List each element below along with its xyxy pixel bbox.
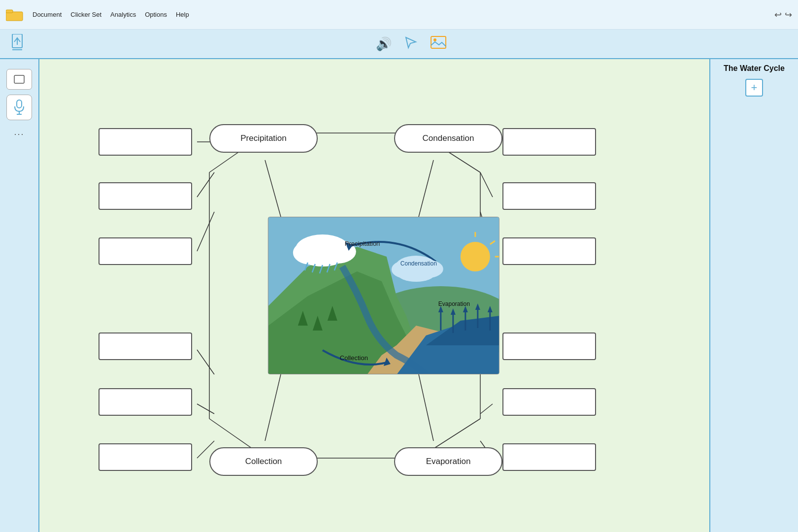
svg-text:Condensation: Condensation (400, 260, 437, 267)
title-bar-left: Document Clicker Set Analytics Options H… (6, 8, 189, 22)
add-button[interactable]: + (745, 79, 763, 97)
svg-line-22 (265, 374, 281, 441)
svg-line-20 (197, 404, 214, 414)
sound-icon[interactable]: 🔊 (376, 36, 392, 52)
svg-line-13 (197, 212, 214, 251)
rect-left-6[interactable] (99, 443, 192, 471)
svg-rect-8 (17, 100, 22, 108)
svg-line-19 (197, 350, 214, 374)
svg-line-18 (419, 160, 433, 217)
rect-right-2[interactable] (502, 182, 596, 210)
menu-help[interactable]: Help (176, 11, 189, 18)
svg-line-24 (480, 404, 493, 414)
undo-button[interactable]: ↩ (774, 9, 782, 20)
mic-button[interactable] (6, 95, 32, 120)
svg-marker-4 (406, 37, 416, 48)
folder-icon[interactable] (6, 8, 24, 22)
main-area: ··· (0, 59, 798, 532)
rect-right-4[interactable] (502, 332, 596, 360)
svg-rect-7 (14, 75, 24, 83)
rect-left-5[interactable] (99, 388, 192, 416)
rect-right-1[interactable] (502, 128, 596, 156)
menu-options[interactable]: Options (145, 11, 167, 18)
svg-line-16 (480, 172, 493, 197)
left-sidebar: ··· (0, 59, 39, 532)
undo-redo: ↩ ↪ (774, 9, 792, 20)
evaporation-oval[interactable]: Evaporation (394, 447, 502, 476)
menu-clicker-set[interactable]: Clicker Set (70, 11, 101, 18)
cursor-icon[interactable] (403, 35, 418, 53)
menu-analytics[interactable]: Analytics (110, 11, 136, 18)
select-button[interactable] (6, 69, 32, 90)
menu-items: Document Clicker Set Analytics Options H… (33, 11, 189, 18)
rect-left-1[interactable] (99, 128, 192, 156)
collection-oval[interactable]: Collection (209, 447, 318, 476)
svg-line-12 (197, 172, 214, 197)
toolbar: 🔊 (0, 30, 798, 59)
water-cycle-svg: Precipitation Condensation Evaporation C… (268, 217, 499, 374)
redo-button[interactable]: ↪ (785, 9, 792, 20)
svg-point-6 (433, 38, 436, 41)
image-icon[interactable] (430, 35, 447, 53)
panel-title: The Water Cycle (715, 64, 793, 73)
svg-point-55 (461, 242, 490, 271)
svg-text:Evaporation: Evaporation (438, 300, 470, 307)
rect-right-3[interactable] (502, 237, 596, 265)
svg-rect-5 (431, 36, 446, 48)
rect-left-2[interactable] (99, 182, 192, 210)
svg-line-14 (265, 160, 281, 217)
canvas-area[interactable]: Precipitation Condensation Collection Ev… (39, 59, 709, 532)
rect-right-6[interactable] (502, 443, 596, 471)
condensation-oval[interactable]: Condensation (394, 124, 502, 153)
svg-text:Collection: Collection (340, 354, 368, 362)
svg-text:Precipitation: Precipitation (345, 240, 380, 247)
toolbar-center: 🔊 (376, 35, 447, 53)
right-panel: The Water Cycle + (709, 59, 798, 532)
svg-rect-0 (6, 12, 23, 21)
title-bar: Document Clicker Set Analytics Options H… (0, 0, 798, 30)
rect-left-3[interactable] (99, 237, 192, 265)
svg-point-72 (398, 266, 435, 282)
water-cycle-image: Precipitation Condensation Evaporation C… (268, 217, 499, 374)
svg-line-26 (419, 374, 433, 441)
export-button[interactable] (10, 34, 25, 54)
more-options-button[interactable]: ··· (6, 125, 32, 143)
rect-left-4[interactable] (99, 332, 192, 360)
rect-right-5[interactable] (502, 388, 596, 416)
svg-rect-1 (6, 10, 13, 13)
menu-document[interactable]: Document (33, 11, 62, 18)
precipitation-oval[interactable]: Precipitation (209, 124, 318, 153)
